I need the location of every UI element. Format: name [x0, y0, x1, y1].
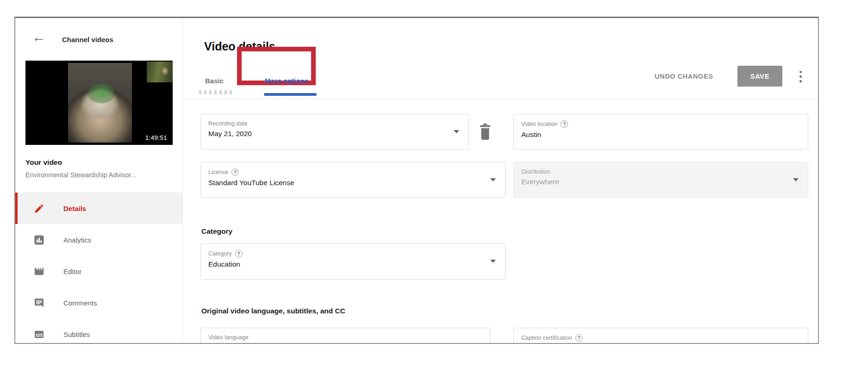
video-language-field[interactable]: Video language	[200, 328, 490, 344]
field-label: Caption certification	[521, 335, 572, 341]
field-value: Education	[208, 260, 483, 268]
field-label: Category	[208, 250, 232, 257]
sidebar-item-subtitles[interactable]: Subtitles	[15, 318, 182, 344]
field-label: Video location	[521, 121, 557, 127]
webcam-overlay	[147, 62, 173, 82]
chevron-down-icon	[490, 260, 496, 263]
sidebar: ← Channel videos 1:49:51 Your video Envi…	[15, 18, 183, 343]
video-duration-badge: 1:49:51	[143, 134, 169, 142]
help-icon[interactable]	[231, 168, 239, 176]
tab-basic[interactable]: Basic	[205, 77, 224, 85]
scrolled-content-artifact	[199, 90, 234, 94]
category-section-heading: Category	[201, 227, 232, 236]
video-location-field[interactable]: Video location Austin	[513, 114, 808, 150]
chevron-down-icon	[793, 343, 799, 344]
video-thumbnail: 1:49:51	[25, 61, 173, 145]
caption-certification-field[interactable]: Caption certification	[513, 328, 808, 344]
sidebar-item-label: Analytics	[63, 236, 91, 244]
chevron-down-icon	[454, 130, 459, 133]
field-label: License	[208, 169, 228, 175]
trash-icon[interactable]	[478, 124, 492, 141]
license-field[interactable]: License Standard YouTube License	[200, 162, 506, 198]
language-section-heading: Original video language, subtitles, and …	[201, 307, 345, 315]
help-icon[interactable]	[235, 250, 243, 257]
sidebar-item-analytics[interactable]: Analytics	[15, 224, 182, 256]
category-field[interactable]: Category Education	[200, 243, 506, 280]
subtitles-icon	[34, 329, 44, 340]
field-label: Video language	[208, 334, 249, 341]
field-label: Distribution	[521, 168, 550, 175]
sidebar-item-comments[interactable]: Comments	[15, 287, 182, 318]
field-value: Austin	[521, 131, 786, 139]
film-icon	[34, 266, 44, 277]
video-details-panel: ← Channel videos 1:49:51 Your video Envi…	[14, 17, 819, 344]
recording-date-field[interactable]: Recording date May 21, 2020	[200, 114, 469, 150]
thumbnail-image	[68, 63, 132, 143]
undo-changes-button[interactable]: UNDO CHANGES	[655, 73, 713, 80]
back-label[interactable]: Channel videos	[62, 36, 113, 44]
sidebar-item-label: Comments	[63, 299, 97, 307]
sidebar-item-details[interactable]: Details	[15, 193, 182, 224]
sidebar-item-label: Details	[63, 205, 86, 212]
your-video-heading: Your video	[25, 158, 62, 167]
active-tab-underline	[264, 93, 317, 96]
sidebar-item-editor[interactable]: Editor	[15, 256, 182, 287]
field-value: Standard YouTube License	[208, 179, 483, 187]
sidebar-item-label: Subtitles	[63, 330, 90, 338]
chevron-down-icon	[475, 343, 481, 344]
tab-more-options[interactable]: More options	[265, 77, 308, 85]
chevron-down-icon	[490, 178, 496, 181]
field-label: Recording date	[208, 120, 248, 127]
help-icon[interactable]	[561, 120, 568, 128]
comment-icon	[34, 298, 44, 308]
video-title-text: Environmental Stewardship Advisor...	[25, 171, 175, 179]
sidebar-item-label: Editor	[63, 268, 81, 275]
field-value: May 21, 2020	[208, 130, 446, 138]
kebab-menu-icon[interactable]	[791, 67, 810, 86]
pencil-icon	[34, 203, 44, 214]
save-button[interactable]: SAVE	[737, 66, 782, 87]
back-arrow-icon[interactable]: ←	[32, 30, 46, 44]
bar-chart-icon	[34, 235, 44, 245]
distribution-field: Distribution Everywhere	[513, 162, 808, 198]
sidebar-menu: Details Analytics Editor	[15, 193, 182, 344]
screenshot-root: 7. Select “More Options” tab in the Vide…	[0, 0, 868, 374]
chevron-down-icon	[793, 178, 799, 181]
tab-divider	[183, 99, 818, 99]
field-value: Everywhere	[521, 178, 786, 186]
help-icon[interactable]	[575, 334, 583, 342]
